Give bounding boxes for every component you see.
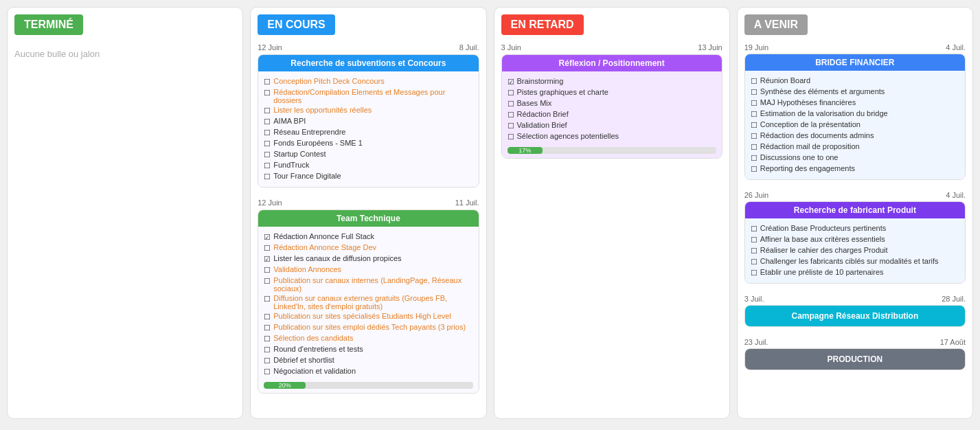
checkbox-icon: ☐ xyxy=(751,247,757,256)
checkbox-icon: ☐ xyxy=(751,269,757,278)
task-item: ☐Validation Brief xyxy=(508,121,716,131)
card-body-retard: ☑Brainstorming ☐Pistes graphiques et cha… xyxy=(502,71,722,158)
card-meta-production: 23 Juil. 17 Août xyxy=(744,338,966,346)
avenir-header: A VENIR xyxy=(744,14,808,35)
checkbox-icon: ☐ xyxy=(508,111,514,120)
checkbox-icon: ☐ xyxy=(264,277,271,286)
card-start-campagne: 3 Juil. xyxy=(744,295,764,303)
checkbox-icon: ☐ xyxy=(264,78,271,87)
card-body-1: ☐Conception Pitch Deck Concours ☐Rédacti… xyxy=(258,71,478,187)
checkbox-icon: ☐ xyxy=(264,295,271,304)
card-start-bridge: 19 Juin xyxy=(744,43,768,52)
task-item: ☐Challenger les fabricants ciblés sur mo… xyxy=(751,257,959,267)
progress-bar-retard: 17% xyxy=(508,147,716,154)
progress-fill-retard: 17% xyxy=(508,147,543,154)
task-item: ☐Rédaction/Compilation Elements et Messa… xyxy=(264,88,472,104)
checkbox-icon: ☐ xyxy=(264,172,271,181)
task-item: ☐Reporting des engagements xyxy=(751,164,959,174)
card-avenir-4: PRODUCTION xyxy=(744,348,966,370)
checkbox-checked-icon: ☑ xyxy=(264,233,271,242)
checkbox-icon: ☐ xyxy=(264,357,271,365)
checkbox-icon: ☐ xyxy=(751,77,757,86)
task-item: ☐Réunion Board xyxy=(751,76,959,86)
task-item: ☐Validation Annonces xyxy=(264,265,472,275)
task-item: ☐Sélection agences potentielles xyxy=(508,132,716,142)
card-end-1: 8 Juil. xyxy=(459,43,479,52)
card-avenir-1: BRIDGE FINANCIER ☐Réunion Board ☐Synthès… xyxy=(744,54,966,180)
card-avenir-2: Recherche de fabricant Produit ☐Création… xyxy=(744,201,966,284)
checkbox-icon: ☐ xyxy=(751,165,757,174)
checkbox-icon: ☐ xyxy=(264,117,271,126)
checkbox-icon: ☐ xyxy=(751,132,757,141)
card-end-campagne: 28 Juil. xyxy=(942,295,966,303)
card-title-2: Team Technique xyxy=(258,210,478,227)
checkbox-icon: ☐ xyxy=(751,154,757,163)
card-2: Team Technique ☑Rédaction Annonce Full S… xyxy=(258,210,479,394)
card-title-1: Recherche de subventions et Concours xyxy=(258,55,478,71)
task-item: ☐Tour France Digitale xyxy=(264,172,472,181)
card-body-fabricant: ☐Création Base Producteurs pertinents ☐A… xyxy=(745,218,965,283)
task-item: ☐Conception de la présentation xyxy=(751,120,959,130)
checkbox-icon: ☐ xyxy=(508,100,514,109)
checkbox-icon: ☐ xyxy=(751,121,757,130)
column-encours: EN COURS 12 Juin 8 Juil. Recherche de su… xyxy=(250,7,486,419)
checkbox-icon: ☐ xyxy=(264,128,271,137)
card-recherche-subventions: 12 Juin 8 Juil. Recherche de subventions… xyxy=(258,43,479,188)
column-retard: EN RETARD 3 Juin 13 Juin Réflexion / Pos… xyxy=(494,7,730,419)
card-title-campagne: Campagne Réseaux Distribution xyxy=(745,306,965,326)
task-item: ☐Round d'entretiens et tests xyxy=(264,345,472,354)
card-start-2: 12 Juin xyxy=(258,199,282,207)
card-body-2: ☑Rédaction Annonce Full Stack ☐Rédaction… xyxy=(258,227,478,393)
task-item: ☐Création Base Producteurs pertinents xyxy=(751,224,959,234)
card-meta-retard: 3 Juin 13 Juin xyxy=(501,43,722,52)
task-item: ☐Négociation et validation xyxy=(264,367,472,376)
encours-header: EN COURS xyxy=(258,14,334,35)
task-item: ☐Pistes graphiques et charte xyxy=(508,88,716,98)
checkbox-icon: ☐ xyxy=(508,133,514,142)
task-item: ☐Startup Contest xyxy=(264,150,472,159)
checkbox-icon: ☐ xyxy=(264,367,271,376)
checkbox-icon: ☐ xyxy=(264,139,271,148)
task-item: ☐Réaliser le cahier des charges Produit xyxy=(751,246,959,256)
task-item: ☐Conception Pitch Deck Concours xyxy=(264,77,472,87)
card-reflexion: 3 Juin 13 Juin Réflexion / Positionnemen… xyxy=(501,43,722,159)
card-end-retard: 13 Juin xyxy=(698,43,722,52)
card-start-retard: 3 Juin xyxy=(501,43,521,52)
task-item: ☐Publication sur sites emploi dédiés Tec… xyxy=(264,323,472,332)
card-body-bridge: ☐Réunion Board ☐Synthèse des éléments et… xyxy=(745,71,965,179)
progress-bar-2: 20% xyxy=(264,382,472,389)
card-bridge: 19 Juin 4 Juil. BRIDGE FINANCIER ☐Réunio… xyxy=(744,43,966,180)
checkbox-icon: ☐ xyxy=(751,258,757,267)
checkbox-icon: ☐ xyxy=(751,110,757,119)
checkbox-icon: ☐ xyxy=(264,346,271,354)
column-avenir: A VENIR 19 Juin 4 Juil. BRIDGE FINANCIER… xyxy=(737,7,973,419)
card-production: 23 Juil. 17 Août PRODUCTION xyxy=(744,338,966,370)
checkbox-icon: ☐ xyxy=(264,244,271,253)
checkbox-icon: ☐ xyxy=(264,313,271,321)
checkbox-icon: ☐ xyxy=(751,143,757,152)
task-item: ☐Diffusion sur canaux externes gratuits … xyxy=(264,294,472,310)
task-item: ☐Etablir une préliste de 10 partenaires xyxy=(751,268,959,278)
card-end-fabricant: 4 Juil. xyxy=(946,191,966,199)
card-title-production: PRODUCTION xyxy=(745,349,965,370)
task-item: ☐Sélection des candidats xyxy=(264,334,472,343)
checkbox-checked-icon: ☑ xyxy=(508,78,514,87)
card-1: Recherche de subventions et Concours ☐Co… xyxy=(258,54,479,188)
checkbox-icon: ☐ xyxy=(264,266,271,275)
column-termine: TERMINÉ Aucune bulle ou jalon xyxy=(7,7,243,419)
card-start-production: 23 Juil. xyxy=(744,338,768,346)
task-item: ☐Bases Mix xyxy=(508,99,716,109)
card-start-fabricant: 26 Juin xyxy=(744,191,768,199)
card-end-production: 17 Août xyxy=(940,338,966,346)
task-item: ☐Rédaction des documents admins xyxy=(751,131,959,141)
task-item: ☐Publication sur sites spécialisés Etudi… xyxy=(264,312,472,321)
checkbox-icon: ☐ xyxy=(264,335,271,343)
task-item: ☐Discussions one to one xyxy=(751,153,959,163)
checkbox-icon: ☐ xyxy=(508,89,514,98)
card-team-technique: 12 Juin 11 Juil. Team Technique ☑Rédacti… xyxy=(258,199,479,394)
progress-fill-2: 20% xyxy=(264,382,306,389)
card-campagne: 3 Juil. 28 Juil. Campagne Réseaux Distri… xyxy=(744,295,966,327)
checkbox-icon: ☐ xyxy=(751,99,757,108)
checkbox-icon: ☐ xyxy=(508,122,514,131)
retard-header: EN RETARD xyxy=(501,14,584,35)
